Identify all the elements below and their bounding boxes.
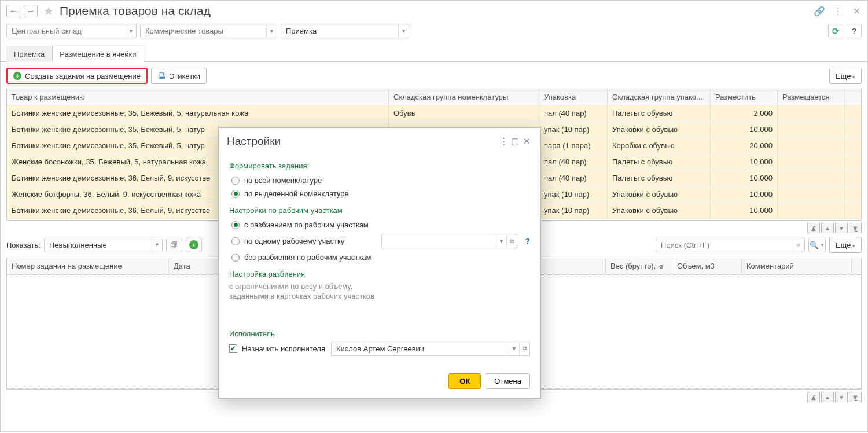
search-input[interactable] [656,241,792,249]
radio-one-area[interactable]: по одному рабочему участку ▼ ⧉ ? [229,232,530,251]
modal-close-icon[interactable]: ✕ [521,136,532,146]
goods-type-value: Коммерческие товары [141,27,266,35]
goods-type-combo[interactable]: Коммерческие товары ▼ [140,24,277,38]
cell-place: 10,000 [711,203,778,218]
sort-first-icon[interactable]: ▲̄ [807,223,820,233]
sort-up-icon[interactable]: ▲ [821,223,834,233]
col-weight[interactable]: Вес (брутто), кг [606,258,672,274]
col-task-number[interactable]: Номер задания на размещение [7,258,169,274]
warehouse-combo[interactable]: Центральный склад ▼ [6,24,137,38]
modal-maximize-icon[interactable]: ▢ [509,136,521,146]
search-clear-icon[interactable]: × [792,238,804,252]
sort-last-icon[interactable]: ▼̲ [849,223,862,233]
executor-value: Кислов Артем Сергеевич [332,342,509,355]
col-packgroup[interactable]: Складская группа упако... [608,89,711,105]
section-work-areas: Настройки по рабочим участкам [229,206,530,215]
tab-placement[interactable]: Размещение в ячейки [52,46,144,62]
cell-packgroup: Упаковки с обувью [608,186,711,202]
executor-combo[interactable]: Кислов Артем Сергеевич ▼ ⧉ [331,342,530,356]
more-label: Еще [836,72,855,80]
add-item-button[interactable]: + [186,238,202,252]
cell-place: 10,000 [711,170,778,186]
link-icon[interactable]: 🔗 [814,6,825,16]
col-placed[interactable]: Размещается [778,89,845,105]
print-list-button[interactable]: 🗐 [166,238,182,252]
help-link[interactable]: ? [525,237,530,245]
col-nomgroup[interactable]: Складская группа номенклатуры [389,89,539,105]
cell-pack: упак (10 пар) [539,186,608,202]
cell-place: 2,000 [711,105,778,121]
warehouse-value: Центральный склад [7,27,126,35]
create-placement-task-button[interactable]: + Создать задания на размещение [6,68,148,84]
work-area-combo[interactable]: ▼ ⧉ [381,234,517,248]
open-icon[interactable]: ⧉ [506,234,517,248]
radio-icon [231,254,240,262]
cancel-button[interactable]: Отмена [486,373,530,389]
more-button-bottom[interactable]: Еще [829,237,862,253]
create-task-label: Создать задания на размещение [25,72,141,80]
cell-packgroup: Палеты с обувью [608,105,711,121]
show-filter-combo[interactable]: Невыполненные ▼ [44,238,163,252]
nav-forward-button[interactable]: → [24,5,38,17]
cell-pack: пал (40 пар) [539,105,608,121]
assign-executor-label: Назначить исполнителя [242,344,325,353]
radio-icon [231,190,240,198]
chevron-down-icon[interactable]: ▼ [126,24,136,38]
tab-receiving[interactable]: Приемка [6,46,52,62]
radio-all-nomenclature[interactable]: по всей номенклатуре [229,174,530,187]
chevron-down-icon[interactable]: ▼ [152,238,162,252]
radio-all-label: по всей номенклатуре [244,176,322,185]
labels-button[interactable]: 🖶 Этикетки [151,68,207,84]
modal-kebab-icon[interactable]: ⋮ [498,136,509,146]
nav-back-button[interactable]: ← [6,5,20,17]
col-date[interactable]: Дата [169,258,218,274]
chevron-down-icon[interactable]: ▼ [266,24,277,38]
sort-first-icon[interactable]: ▲̄ [807,392,820,402]
radio-one-label: по одному рабочему участку [244,237,344,245]
cell-pack: пал (40 пар) [539,170,608,186]
chevron-down-icon[interactable]: ▼ [398,24,409,38]
sort-down-icon[interactable]: ▼ [835,223,848,233]
chevron-down-icon: ▼ [820,243,825,248]
cell-place: 10,000 [711,186,778,202]
labels-button-label: Этикетки [169,72,200,80]
radio-no-split[interactable]: без разбиения по рабочим участкам [229,251,530,264]
magnifier-icon: 🔍 [810,241,819,249]
open-icon[interactable]: ⧉ [519,342,529,355]
cell-placed [778,203,845,218]
close-icon[interactable]: ✕ [851,6,862,16]
radio-icon [231,237,240,245]
more-button-top[interactable]: Еще [829,68,862,84]
chevron-down-icon[interactable]: ▼ [509,342,519,355]
help-button[interactable]: ? [847,24,862,38]
search-dropdown-button[interactable]: 🔍 ▼ [808,238,826,252]
cell-place: 10,000 [711,122,778,137]
operation-combo[interactable]: Приемка ▼ [281,24,409,38]
sort-down-icon[interactable]: ▼ [835,392,848,402]
col-volume[interactable]: Объем, м3 [672,258,742,274]
col-product[interactable]: Товар к размещению [7,89,389,105]
cell-pack: упак (10 пар) [539,122,608,137]
col-place[interactable]: Разместить [711,89,778,105]
sort-up-icon[interactable]: ▲ [821,392,834,402]
cell-pack: пал (40 пар) [539,154,608,170]
col-pack[interactable]: Упаковка [539,89,608,105]
cell-packgroup: Коробки с обувью [608,138,711,153]
refresh-button[interactable]: ⟳ [828,24,843,38]
radio-selected-label: по выделенной номенклатуре [244,189,349,198]
table-row[interactable]: Ботинки женские демисезонные, 35, Бежевы… [7,105,861,122]
kebab-menu-icon[interactable]: ⋮ [833,6,843,16]
chevron-down-icon[interactable]: ▼ [496,234,506,248]
col-comment[interactable]: Комментарий [742,258,852,274]
favorite-star-icon[interactable]: ★ [43,4,54,18]
section-form-tasks: Формировать задания: [229,162,530,170]
operation-value: Приемка [281,27,398,35]
products-grid-header: Товар к размещению Складская группа номе… [7,89,861,105]
radio-split-by-areas[interactable]: с разбиением по рабочим участкам [229,218,530,232]
ok-button[interactable]: ОК [448,373,481,389]
radio-selected-nomenclature[interactable]: по выделенной номенклатуре [229,187,530,200]
cell-packgroup: Упаковки с обувью [608,203,711,218]
cell-nomgroup: Обувь [389,105,539,121]
assign-executor-checkbox[interactable]: ✔ Назначить исполнителя [229,342,325,355]
sort-last-icon[interactable]: ▼̲ [849,392,862,402]
